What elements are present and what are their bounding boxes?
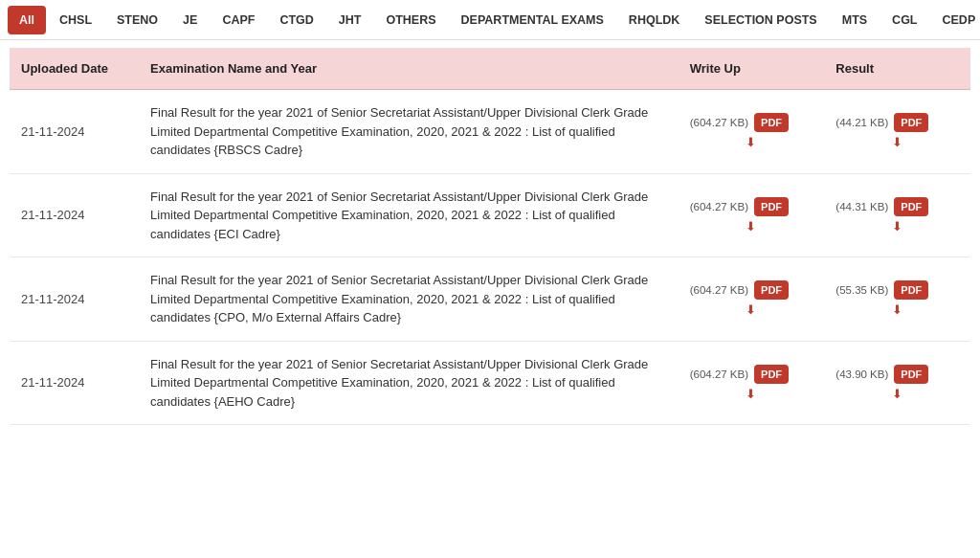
exam-name-cell-0: Final Result for the year 2021 of Senior… (139, 90, 679, 174)
result-group-3: (43.90 KB) PDF (835, 365, 959, 384)
result-cell-0: (44.21 KB) PDF ⬇ (824, 90, 970, 174)
result-pdf-btn-3[interactable]: PDF (894, 365, 928, 384)
tab-bar: AllCHSLSTENOJECAPFCTGDJHTOTHERSDEPARTMEN… (0, 0, 980, 40)
writeup-group-2: (604.27 KB) PDF (690, 280, 813, 300)
result-cell-1: (44.31 KB) PDF ⬇ (824, 173, 970, 257)
writeup-cell-0: (604.27 KB) PDF ⬇ (679, 90, 825, 174)
writeup-pdf-btn-2[interactable]: PDF (754, 280, 789, 300)
tab-je[interactable]: JE (171, 6, 209, 34)
results-table: Uploaded Date Examination Name and Year … (10, 48, 970, 425)
tab-cedp[interactable]: CEDP (931, 6, 981, 34)
writeup-download-icon-1[interactable]: ⬇ (690, 219, 813, 234)
writeup-group-1: (604.27 KB) PDF (690, 197, 813, 216)
writeup-group-0: (604.27 KB) PDF (690, 113, 813, 132)
exam-name-cell-3: Final Result for the year 2021 of Senior… (139, 341, 679, 425)
tab-others[interactable]: OTHERS (374, 6, 447, 34)
writeup-pdf-btn-3[interactable]: PDF (754, 365, 789, 384)
result-size-3: (43.90 KB) (835, 368, 888, 380)
result-cell-2: (55.35 KB) PDF ⬇ (824, 257, 970, 342)
tab-departmental[interactable]: DEPARTMENTAL EXAMS (450, 6, 615, 34)
result-download-icon-3[interactable]: ⬇ (835, 387, 959, 401)
table-header-row: Uploaded Date Examination Name and Year … (10, 48, 970, 90)
tab-ctgd[interactable]: CTGD (268, 6, 324, 34)
table-row: 21-11-2024Final Result for the year 2021… (10, 90, 970, 174)
writeup-size-1: (604.27 KB) (690, 201, 748, 212)
tab-selection[interactable]: SELECTION POSTS (693, 6, 828, 34)
tab-cgl[interactable]: CGL (880, 6, 928, 34)
tab-jht[interactable]: JHT (327, 6, 373, 34)
writeup-download-icon-0[interactable]: ⬇ (690, 135, 813, 149)
result-cell-3: (43.90 KB) PDF ⬇ (824, 341, 970, 425)
col-header-writeup: Write Up (679, 48, 825, 90)
writeup-cell-3: (604.27 KB) PDF ⬇ (679, 341, 825, 425)
writeup-pdf-btn-1[interactable]: PDF (754, 197, 789, 216)
date-cell-3: 21-11-2024 (10, 341, 139, 425)
tab-chsl[interactable]: CHSL (48, 6, 103, 34)
result-download-icon-1[interactable]: ⬇ (835, 219, 959, 234)
result-pdf-btn-2[interactable]: PDF (894, 280, 928, 300)
writeup-download-icon-3[interactable]: ⬇ (690, 387, 813, 401)
table-row: 21-11-2024Final Result for the year 2021… (10, 341, 970, 425)
result-pdf-btn-0[interactable]: PDF (894, 113, 928, 132)
tab-all[interactable]: All (8, 6, 46, 34)
table-row: 21-11-2024Final Result for the year 2021… (10, 173, 970, 257)
writeup-cell-2: (604.27 KB) PDF ⬇ (679, 257, 825, 342)
result-group-0: (44.21 KB) PDF (835, 113, 959, 132)
tab-rhqldk[interactable]: RHQLDK (617, 6, 691, 34)
writeup-size-0: (604.27 KB) (690, 117, 748, 128)
writeup-group-3: (604.27 KB) PDF (690, 365, 813, 384)
result-size-1: (44.31 KB) (835, 201, 888, 212)
result-download-icon-2[interactable]: ⬇ (835, 302, 959, 317)
writeup-download-icon-2[interactable]: ⬇ (690, 302, 813, 317)
table-row: 21-11-2024Final Result for the year 2021… (10, 257, 970, 342)
result-pdf-btn-1[interactable]: PDF (894, 197, 928, 216)
result-download-icon-0[interactable]: ⬇ (835, 135, 959, 149)
result-size-2: (55.35 KB) (835, 284, 888, 296)
col-header-date: Uploaded Date (10, 48, 139, 90)
date-cell-1: 21-11-2024 (10, 173, 139, 257)
col-header-name: Examination Name and Year (139, 48, 679, 90)
date-cell-0: 21-11-2024 (10, 90, 139, 174)
writeup-size-2: (604.27 KB) (690, 284, 748, 296)
writeup-pdf-btn-0[interactable]: PDF (754, 113, 789, 132)
result-group-2: (55.35 KB) PDF (835, 280, 959, 300)
exam-name-cell-2: Final Result for the year 2021 of Senior… (139, 257, 679, 342)
table-container: Uploaded Date Examination Name and Year … (0, 40, 980, 435)
result-size-0: (44.21 KB) (835, 117, 888, 128)
tab-steno[interactable]: STENO (105, 6, 169, 34)
col-header-result: Result (824, 48, 970, 90)
writeup-cell-1: (604.27 KB) PDF ⬇ (679, 173, 825, 257)
result-group-1: (44.31 KB) PDF (835, 197, 959, 216)
tab-mts[interactable]: MTS (831, 6, 879, 34)
exam-name-cell-1: Final Result for the year 2021 of Senior… (139, 173, 679, 257)
tab-capf[interactable]: CAPF (211, 6, 266, 34)
writeup-size-3: (604.27 KB) (690, 368, 748, 380)
date-cell-2: 21-11-2024 (10, 257, 139, 342)
